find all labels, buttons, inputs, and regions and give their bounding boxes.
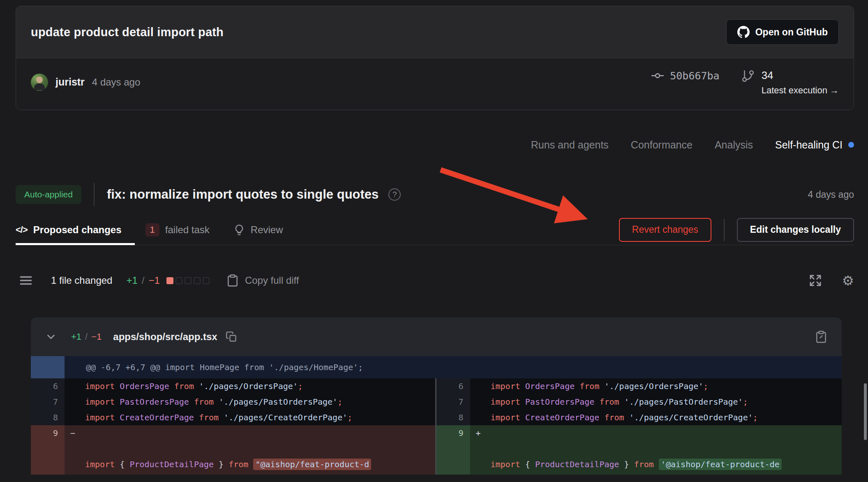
open-on-github-label: Open on GitHub: [755, 27, 828, 38]
tab-failed-task-label: failed task: [165, 224, 210, 236]
diff-stats: +1 / −1: [126, 275, 159, 286]
diff-toolbar-right: ⚙: [808, 273, 854, 288]
edit-changes-locally-button[interactable]: Edit changes locally: [737, 218, 854, 242]
diff-block-filled: [166, 277, 173, 284]
line-number: 9: [436, 425, 470, 475]
fullscreen-icon[interactable]: [808, 273, 823, 288]
diff-row: 7 import PastOrdersPage from './pages/Pa…: [436, 394, 842, 410]
commit-sha-link[interactable]: 50b667ba: [651, 69, 719, 82]
divider: [94, 183, 95, 206]
commit-meta-row: juristr 4 days ago 50b667ba 34 Latest ex…: [16, 58, 854, 110]
file-diff-stats: +1 / −1: [71, 331, 102, 342]
nav-self-healing-ci[interactable]: Self-healing CI: [775, 139, 854, 151]
code-line: import { ProductDetailPage } from "@aish…: [85, 425, 435, 475]
diff-row: 6 import OrdersPage from './pages/Orders…: [31, 378, 435, 394]
author-info: juristr 4 days ago: [31, 68, 140, 96]
notification-dot: [848, 142, 854, 148]
diff-block-empty: [203, 277, 210, 284]
code-line: import PastOrdersPage from './pages/Past…: [491, 394, 842, 410]
tab-review-label: Review: [251, 224, 283, 236]
copy-full-diff-icon[interactable]: [226, 274, 239, 287]
diff-row: 6 import OrdersPage from './pages/Orders…: [436, 378, 842, 394]
fix-tabs-row: </> Proposed changes 1 failed task Revie…: [16, 215, 854, 245]
git-branch-icon: [741, 69, 755, 96]
line-number: 9: [31, 425, 65, 475]
avatar: [31, 74, 48, 91]
deletion-marker: −: [65, 425, 85, 475]
page-scrollbar-thumb[interactable]: [864, 383, 867, 440]
file-additions: +1: [71, 331, 81, 342]
nav-analysis[interactable]: Analysis: [715, 139, 753, 151]
collapse-chevron-icon[interactable]: [45, 331, 57, 343]
diff-pane-modified: 6 import OrdersPage from './pages/Orders…: [436, 378, 842, 475]
fix-header-row: Auto-applied fix: normalize import quote…: [16, 179, 854, 210]
line-number: 6: [31, 378, 65, 394]
addition-marker: +: [470, 425, 491, 475]
page-title: update product detail import path: [31, 25, 224, 39]
code-line: import { ProductDetailPage } from '@aish…: [491, 425, 842, 475]
lightbulb-icon: [233, 224, 245, 236]
file-list-menu-icon[interactable]: [19, 273, 33, 287]
nav-self-healing-ci-label: Self-healing CI: [775, 139, 843, 151]
latest-execution-link[interactable]: Latest execution →: [762, 85, 839, 96]
line-number: 8: [31, 410, 65, 425]
diff-marker: [470, 394, 491, 410]
additions-count: +1: [126, 275, 137, 286]
diff-block-empty: [175, 277, 182, 284]
deletions-count: −1: [149, 275, 160, 286]
file-stats-separator: /: [85, 331, 88, 342]
help-icon[interactable]: ?: [388, 188, 401, 201]
tab-proposed-changes-label: Proposed changes: [33, 224, 122, 236]
diff-toolbar: 1 file changed +1 / −1 Copy full diff ⚙: [19, 269, 854, 292]
tab-failed-task[interactable]: 1 failed task: [145, 223, 210, 236]
active-tab-underline: [16, 243, 135, 245]
failed-count-badge: 1: [145, 223, 159, 236]
diff-row: 8 import CreateOrderPage from './pages/C…: [436, 410, 842, 425]
copy-full-diff-label[interactable]: Copy full diff: [245, 275, 299, 286]
code-line: import CreateOrderPage from './pages/Cre…: [85, 410, 435, 425]
code-subline: import { ProductDetailPage } from '@aish…: [491, 457, 842, 472]
nav-runs-and-agents[interactable]: Runs and agents: [531, 139, 609, 151]
line-number: 7: [31, 394, 65, 410]
diff-row: 8 import CreateOrderPage from './pages/C…: [31, 410, 435, 425]
files-changed-label: 1 file changed: [51, 275, 112, 286]
commit-time: 4 days ago: [92, 76, 140, 88]
copy-path-icon[interactable]: [226, 331, 237, 343]
auto-applied-badge: Auto-applied: [16, 185, 81, 204]
commit-card: update product detail import path Open o…: [16, 6, 854, 110]
revert-changes-button[interactable]: Revert changes: [619, 218, 711, 242]
commit-card-header: update product detail import path Open o…: [16, 6, 854, 58]
fix-time: 4 days ago: [808, 189, 854, 200]
line-number: 6: [436, 378, 470, 394]
open-on-github-button[interactable]: Open on GitHub: [726, 19, 839, 45]
hunk-gutter: [31, 356, 65, 378]
settings-gear-icon[interactable]: ⚙: [842, 274, 854, 287]
github-icon: [737, 26, 750, 38]
tab-review[interactable]: Review: [233, 224, 283, 236]
diff-marker: [65, 410, 85, 425]
code-subline: import { ProductDetailPage } from "@aish…: [85, 457, 435, 472]
file-diff-card: +1 / −1 apps/shop/src/app.tsx @@ -6,7 +6…: [31, 317, 842, 475]
diff-block-empty: [194, 277, 201, 284]
code-icon: </>: [16, 225, 28, 235]
copy-file-diff-icon[interactable]: [815, 330, 828, 343]
nav-conformance[interactable]: Conformance: [631, 139, 693, 151]
fix-title: fix: normalize import quotes to single q…: [107, 187, 379, 202]
git-commit-icon: [651, 69, 664, 82]
file-path: apps/shop/src/app.tsx: [113, 331, 217, 343]
executions-summary: 34 Latest execution →: [741, 69, 839, 96]
diff-row-added: 9 + import { ProductDetailPage } from '@…: [436, 425, 842, 475]
tab-proposed-changes[interactable]: </> Proposed changes: [16, 224, 122, 236]
diff-body: 6 import OrdersPage from './pages/Orders…: [31, 378, 842, 475]
diff-marker: [65, 394, 85, 410]
author-name: juristr: [55, 76, 85, 88]
executions-col: 34 Latest execution →: [762, 69, 839, 96]
fix-actions: Revert changes Edit changes locally: [619, 218, 854, 242]
hunk-header-text: @@ -6,7 +6,7 @@ import HomePage from './…: [65, 356, 363, 378]
file-deletions: −1: [91, 331, 102, 342]
code-line: import OrdersPage from './pages/OrdersPa…: [85, 378, 435, 394]
workspace-nav: Runs and agents Conformance Analysis Sel…: [14, 137, 854, 153]
diff-marker: [470, 410, 491, 425]
diff-row: 7 import PastOrdersPage from './pages/Pa…: [31, 394, 435, 410]
hunk-header-row: @@ -6,7 +6,7 @@ import HomePage from './…: [31, 356, 842, 378]
